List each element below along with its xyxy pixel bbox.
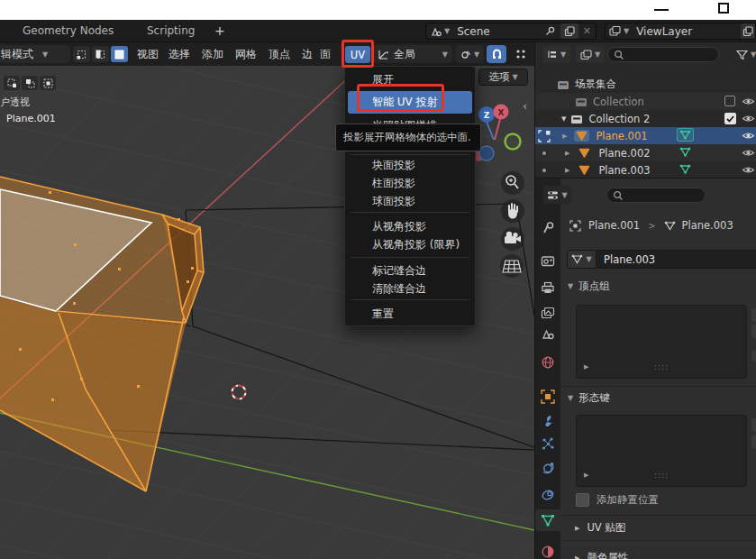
snap-toggle-active[interactable] bbox=[487, 45, 506, 63]
menu-item-mark-seam[interactable]: 标记缝合边 bbox=[348, 261, 472, 280]
maximize-icon[interactable] bbox=[718, 3, 729, 14]
menu-add[interactable]: 添加 bbox=[202, 42, 223, 66]
menu-vertex[interactable]: 顶点 bbox=[269, 42, 290, 66]
tab-material[interactable] bbox=[535, 541, 560, 559]
disclosure-icon[interactable]: ▶ bbox=[565, 167, 569, 174]
mesh-data-icon[interactable] bbox=[679, 147, 691, 157]
menu-view[interactable]: 视图 bbox=[137, 42, 159, 66]
tab-output[interactable] bbox=[535, 277, 560, 298]
exclude-checkbox-checked[interactable] bbox=[724, 113, 736, 124]
add-workspace-button[interactable]: + bbox=[214, 20, 225, 42]
tab-object[interactable] bbox=[535, 386, 560, 408]
menu-item-cube-projection[interactable]: 块面投影 bbox=[348, 155, 472, 175]
menu-mesh[interactable]: 网格 bbox=[235, 42, 257, 66]
select-mode-new-button[interactable] bbox=[4, 76, 20, 90]
outliner-search-input[interactable] bbox=[607, 47, 719, 62]
tab-world[interactable] bbox=[535, 352, 560, 373]
face-select-button[interactable] bbox=[111, 46, 128, 62]
pan-hand-button[interactable] bbox=[501, 199, 524, 223]
menu-item-smart-uv-project[interactable]: 智能 UV 投射 bbox=[348, 91, 472, 114]
menu-item-unwrap[interactable]: 展开 bbox=[348, 69, 472, 89]
tab-physics[interactable] bbox=[535, 457, 560, 479]
list-expand-icon[interactable]: ▶ bbox=[584, 363, 588, 371]
menu-select[interactable]: 选择 bbox=[169, 42, 190, 66]
list-specials-button-cut[interactable] bbox=[751, 351, 756, 362]
shape-keys-list[interactable]: ▶ :::: bbox=[576, 415, 747, 487]
pin-icon[interactable] bbox=[544, 25, 556, 37]
outliner-display-mode-dropdown[interactable]: ▼ bbox=[542, 46, 570, 63]
rest-position-row[interactable]: 添加静置位置 bbox=[576, 493, 659, 507]
tab-render[interactable] bbox=[535, 250, 560, 271]
list-add-button-cut[interactable] bbox=[751, 308, 756, 322]
camera-view-button[interactable] bbox=[501, 227, 524, 251]
proportional-edit-button[interactable] bbox=[510, 45, 532, 63]
disclosure-icon[interactable]: ▶ bbox=[562, 133, 567, 140]
properties-search-input[interactable] bbox=[606, 188, 706, 203]
eye-icon[interactable] bbox=[742, 96, 755, 106]
menu-item-project-from-view[interactable]: 从视角投影 bbox=[348, 216, 472, 236]
snap-target-dropdown[interactable]: ▼ bbox=[455, 45, 484, 63]
unlink-x-icon[interactable]: ✕ bbox=[583, 25, 591, 37]
menu-item-cylinder-projection[interactable]: 柱面投影 bbox=[348, 173, 472, 193]
edge-select-button[interactable] bbox=[92, 46, 109, 62]
uv-maps-panel-header[interactable]: ▶ UV 贴图 bbox=[560, 516, 756, 541]
color-attributes-panel-header[interactable]: ▶ 颜色属性 bbox=[560, 545, 756, 559]
menu-item-sphere-projection[interactable]: 球面投影 bbox=[348, 191, 472, 211]
row-collection-1[interactable]: Collection bbox=[535, 93, 756, 110]
viewlayer-selector[interactable]: ▼ ViewLayer bbox=[605, 23, 756, 40]
select-mode-subtract-button[interactable] bbox=[40, 76, 56, 90]
mesh-data-icon[interactable] bbox=[679, 164, 691, 174]
select-mode-extend-button[interactable] bbox=[22, 76, 38, 90]
list-add-button-cut[interactable] bbox=[751, 418, 756, 432]
datablock-icon-dropdown[interactable]: ▼ bbox=[567, 250, 597, 269]
mode-selector[interactable]: 辑模式 ▼ bbox=[0, 45, 70, 63]
row-plane-001-selected[interactable]: ▶ Plane.001 bbox=[535, 127, 756, 144]
menu-item-clear-seam[interactable]: 清除缝合边 bbox=[348, 279, 472, 298]
ortho-grid-button[interactable] bbox=[500, 254, 524, 278]
eye-icon[interactable] bbox=[742, 148, 755, 158]
eye-icon[interactable] bbox=[742, 114, 755, 124]
minimize-icon[interactable] bbox=[654, 9, 669, 11]
row-plane-003[interactable]: ▶ Plane.003 bbox=[535, 161, 756, 179]
row-collection-2[interactable]: ▼ Collection 2 bbox=[535, 110, 756, 127]
tab-modifiers[interactable] bbox=[535, 410, 560, 432]
disclosure-open-icon[interactable]: ▼ bbox=[561, 115, 566, 123]
menu-item-reset[interactable]: 重置 bbox=[348, 304, 472, 324]
outliner-filter-dropdown[interactable]: ▼ bbox=[733, 46, 756, 63]
list-resize-grip[interactable]: :::: bbox=[654, 471, 669, 480]
breadcrumb-object[interactable]: Plane.001 bbox=[588, 219, 640, 232]
row-plane-002[interactable]: ▶ Plane.002 bbox=[535, 144, 756, 161]
disclosure-icon[interactable]: ▶ bbox=[565, 150, 569, 157]
shape-keys-panel-header[interactable]: ▼ 形态键 bbox=[568, 391, 610, 405]
eye-icon[interactable] bbox=[742, 131, 755, 141]
list-remove-button-cut[interactable] bbox=[751, 435, 756, 448]
list-resize-grip[interactable]: :::: bbox=[654, 362, 669, 371]
scene-selector[interactable]: ▼ Scene ✕ bbox=[425, 23, 597, 40]
tab-tool[interactable] bbox=[535, 216, 560, 238]
tab-constraints[interactable] bbox=[535, 484, 560, 506]
workspace-tab-geometry-nodes[interactable]: Geometry Nodes bbox=[23, 20, 114, 42]
workspace-tab-scripting[interactable]: Scripting bbox=[147, 20, 195, 42]
mesh-data-icon-active[interactable] bbox=[677, 128, 694, 142]
tab-particles[interactable] bbox=[535, 433, 560, 454]
row-scene-collection[interactable]: 场景集合 bbox=[535, 76, 756, 93]
menu-item-project-from-view-bounds[interactable]: 从视角投影 (限界) bbox=[348, 234, 472, 254]
tab-object-data-active[interactable] bbox=[535, 509, 560, 531]
checkbox-unchecked[interactable] bbox=[576, 493, 589, 507]
vertex-select-button[interactable] bbox=[73, 46, 90, 62]
vertex-groups-list[interactable]: ▶ :::: bbox=[576, 305, 747, 379]
eye-icon[interactable] bbox=[742, 165, 755, 175]
breadcrumb-data[interactable]: Plane.003 bbox=[682, 219, 733, 232]
menu-uv-active[interactable]: UV bbox=[345, 46, 370, 63]
options-dropdown[interactable]: 选项 ▼ bbox=[478, 69, 528, 86]
outliner-filter-id-dropdown[interactable]: ▼ bbox=[576, 46, 605, 63]
new-copy-icon[interactable] bbox=[560, 23, 578, 39]
exclude-checkbox-unchecked[interactable] bbox=[724, 96, 735, 106]
properties-editor-type-dropdown[interactable]: ▼ bbox=[543, 186, 571, 204]
list-remove-button-cut[interactable] bbox=[751, 325, 756, 338]
menu-face[interactable]: 面 bbox=[320, 42, 331, 66]
vertex-groups-panel-header[interactable]: ▼ 顶点组 bbox=[568, 280, 610, 293]
datablock-name-field[interactable]: Plane.003 bbox=[597, 250, 756, 269]
tab-view-layer[interactable] bbox=[535, 302, 560, 324]
menu-edge[interactable]: 边 bbox=[302, 42, 313, 66]
